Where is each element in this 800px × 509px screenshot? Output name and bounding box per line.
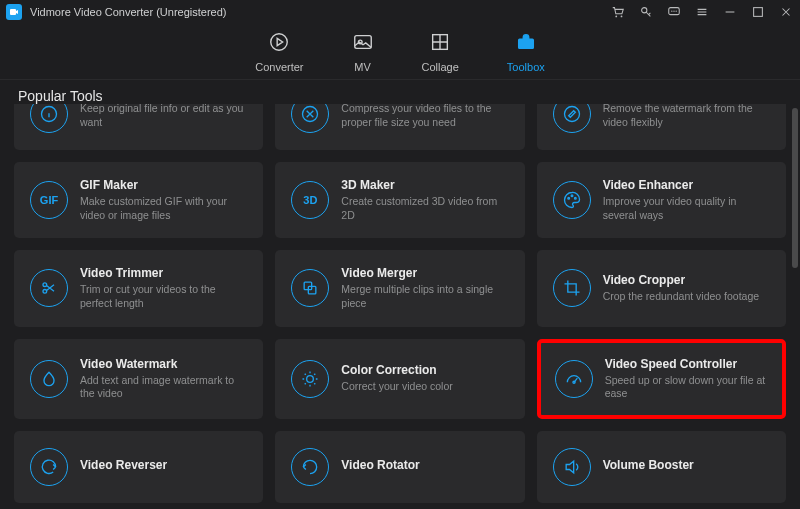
card-desc: Remove the watermark from the video flex… — [603, 104, 770, 129]
card-title: GIF Maker — [80, 178, 247, 192]
3d-icon: 3D — [291, 181, 329, 219]
main-tabs: Converter MV Collage Toolbox — [0, 24, 800, 80]
scrollbar[interactable] — [792, 108, 798, 268]
window-buttons — [610, 4, 794, 20]
tab-converter[interactable]: Converter — [255, 31, 303, 73]
svg-marker-10 — [278, 38, 284, 45]
svg-point-9 — [271, 33, 288, 50]
key-icon[interactable] — [638, 4, 654, 20]
app-title: Vidmore Video Converter (Unregistered) — [30, 6, 226, 18]
card-desc: Improve your video quality in several wa… — [603, 195, 770, 222]
svg-point-19 — [571, 195, 573, 197]
card-title: Video Cropper — [603, 273, 759, 287]
tab-toolbox[interactable]: Toolbox — [507, 31, 545, 73]
card-desc: Speed up or slow down your file at ease — [605, 374, 768, 401]
feedback-icon[interactable] — [666, 4, 682, 20]
info-icon — [30, 104, 68, 133]
tool-card-media-metadata-editor[interactable]: Keep original file info or edit as you w… — [14, 104, 263, 150]
gauge-icon — [555, 360, 593, 398]
card-title: Video Speed Controller — [605, 357, 768, 371]
tab-collage[interactable]: Collage — [422, 31, 459, 73]
tool-card-video-watermark[interactable]: Video WatermarkAdd text and image waterm… — [14, 339, 263, 419]
tool-card-video-compressor[interactable]: Compress your video files to the proper … — [275, 104, 524, 150]
collage-icon — [429, 31, 451, 57]
tool-card-video-enhancer[interactable]: Video EnhancerImprove your video quality… — [537, 162, 786, 238]
tool-card-watermark-remover[interactable]: Remove the watermark from the video flex… — [537, 104, 786, 150]
maximize-button[interactable] — [750, 4, 766, 20]
gif-icon-text: GIF — [40, 194, 58, 206]
tool-card-gif-maker[interactable]: GIF GIF MakerMake customized GIF with yo… — [14, 162, 263, 238]
tool-card-video-rotator[interactable]: Video Rotator — [275, 431, 524, 503]
svg-point-1 — [615, 16, 617, 18]
tab-label: Converter — [255, 61, 303, 73]
toolbox-icon — [515, 31, 537, 57]
tab-mv[interactable]: MV — [352, 31, 374, 73]
cards-grid: Keep original file info or edit as you w… — [0, 104, 800, 509]
card-title: Video Enhancer — [603, 178, 770, 192]
tool-card-video-cropper[interactable]: Video CropperCrop the redundant video fo… — [537, 250, 786, 326]
card-desc: Create customized 3D video from 2D — [341, 195, 508, 222]
card-title: Video Trimmer — [80, 266, 247, 280]
svg-point-6 — [673, 10, 674, 11]
scissors-icon — [30, 269, 68, 307]
svg-rect-0 — [10, 9, 16, 15]
card-title: Video Merger — [341, 266, 508, 280]
card-desc: Merge multiple clips into a single piece — [341, 283, 508, 310]
crop-icon — [553, 269, 591, 307]
droplet-icon — [30, 360, 68, 398]
tool-card-color-correction[interactable]: Color CorrectionCorrect your video color — [275, 339, 524, 419]
close-button[interactable] — [778, 4, 794, 20]
mv-icon — [352, 31, 374, 57]
tab-label: Toolbox — [507, 61, 545, 73]
tab-label: Collage — [422, 61, 459, 73]
card-title: Color Correction — [341, 363, 452, 377]
sun-icon — [291, 360, 329, 398]
card-title: Video Rotator — [341, 458, 419, 472]
tool-card-video-merger[interactable]: Video MergerMerge multiple clips into a … — [275, 250, 524, 326]
svg-point-7 — [675, 10, 676, 11]
card-desc: Make customized GIF with your video or i… — [80, 195, 247, 222]
svg-rect-14 — [518, 39, 533, 48]
svg-point-25 — [307, 375, 314, 382]
app-logo-icon — [6, 4, 22, 20]
card-desc: Trim or cut your videos to the perfect l… — [80, 283, 247, 310]
card-title: 3D Maker — [341, 178, 508, 192]
svg-point-21 — [43, 283, 47, 287]
tool-card-volume-booster[interactable]: Volume Booster — [537, 431, 786, 503]
card-desc: Crop the redundant video footage — [603, 290, 759, 304]
svg-point-2 — [621, 16, 623, 18]
minimize-button[interactable] — [722, 4, 738, 20]
card-desc: Compress your video files to the proper … — [341, 104, 508, 129]
tool-card-video-speed-controller[interactable]: Video Speed ControllerSpeed up or slow d… — [537, 339, 786, 419]
eraser-icon — [553, 104, 591, 133]
card-title: Video Watermark — [80, 357, 247, 371]
svg-rect-11 — [354, 35, 371, 48]
volume-icon — [553, 448, 591, 486]
rotate-icon — [291, 448, 329, 486]
merge-icon — [291, 269, 329, 307]
titlebar: Vidmore Video Converter (Unregistered) — [0, 0, 800, 24]
compress-icon — [291, 104, 329, 133]
tool-card-video-trimmer[interactable]: Video TrimmerTrim or cut your videos to … — [14, 250, 263, 326]
card-desc: Add text and image watermark to the vide… — [80, 374, 247, 401]
svg-point-5 — [671, 10, 672, 11]
svg-point-18 — [567, 198, 569, 200]
content-area: Keep original file info or edit as you w… — [0, 104, 800, 509]
card-desc: Correct your video color — [341, 380, 452, 394]
tool-card-video-reverser[interactable]: Video Reverser — [14, 431, 263, 503]
converter-icon — [268, 31, 290, 57]
menu-icon[interactable] — [694, 4, 710, 20]
svg-point-17 — [564, 107, 579, 122]
svg-rect-8 — [754, 8, 763, 17]
svg-point-22 — [43, 290, 47, 294]
tab-label: MV — [354, 61, 371, 73]
card-desc: Keep original file info or edit as you w… — [80, 104, 247, 129]
tool-card-3d-maker[interactable]: 3D 3D MakerCreate customized 3D video fr… — [275, 162, 524, 238]
card-title: Video Reverser — [80, 458, 167, 472]
reverse-icon — [30, 448, 68, 486]
palette-icon — [553, 181, 591, 219]
card-title: Volume Booster — [603, 458, 694, 472]
cart-icon[interactable] — [610, 4, 626, 20]
svg-point-20 — [574, 198, 576, 200]
3d-icon-text: 3D — [303, 194, 317, 206]
